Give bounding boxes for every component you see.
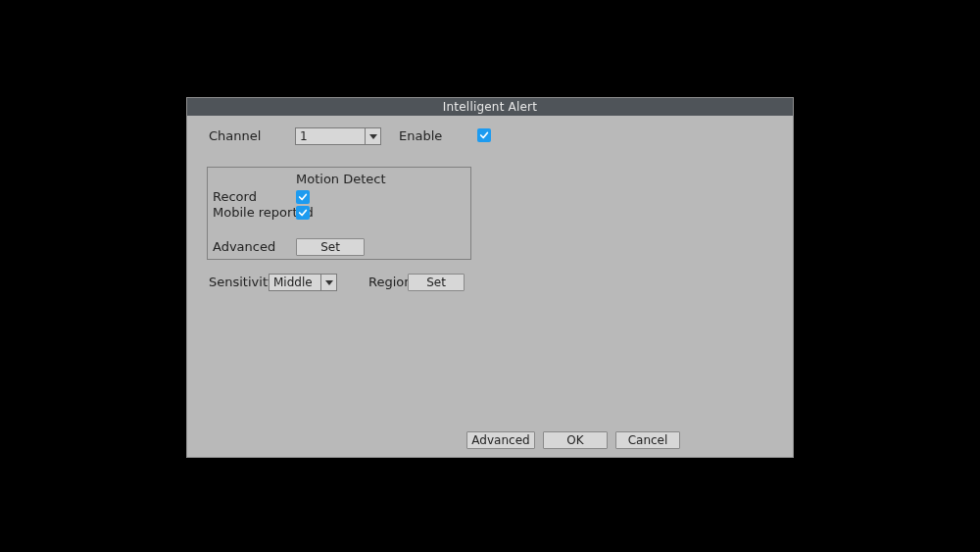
motion-detect-header: Motion Detect [296, 172, 386, 186]
chevron-down-icon [365, 128, 380, 144]
mobile-reported-checkbox[interactable] [296, 206, 310, 220]
cancel-button[interactable]: Cancel [615, 431, 680, 449]
check-icon [479, 130, 489, 140]
dialog-titlebar: Intelligent Alert [187, 98, 793, 116]
channel-dropdown[interactable]: 1 [295, 127, 381, 145]
enable-checkbox[interactable] [477, 128, 491, 142]
intelligent-alert-dialog: Intelligent Alert Channel 1 Enable Motio… [186, 97, 794, 458]
advanced-button[interactable]: Advanced [466, 431, 535, 449]
enable-label: Enable [399, 128, 442, 143]
ok-button[interactable]: OK [543, 431, 608, 449]
dialog-body: Channel 1 Enable Motion Detect Record Mo… [187, 116, 793, 457]
cancel-button-label: Cancel [628, 433, 668, 447]
ok-button-label: OK [566, 433, 583, 447]
panel-advanced-label: Advanced [213, 239, 275, 254]
sensitivity-label: Sensitivity [209, 275, 275, 289]
check-icon [298, 192, 308, 202]
dialog-footer: Advanced OK Cancel [466, 431, 680, 449]
region-set-button-label: Set [426, 276, 446, 289]
panel-set-button[interactable]: Set [296, 238, 365, 256]
channel-value: 1 [296, 128, 365, 144]
panel-set-button-label: Set [320, 240, 340, 254]
dialog-title: Intelligent Alert [443, 100, 537, 114]
motion-detect-panel: Motion Detect Record Mobile reported Adv… [207, 167, 471, 260]
region-label: Region [368, 275, 413, 289]
region-set-button[interactable]: Set [408, 274, 465, 291]
channel-label: Channel [209, 128, 261, 143]
advanced-button-label: Advanced [471, 433, 529, 447]
chevron-down-icon [320, 275, 336, 290]
check-icon [298, 208, 308, 218]
record-label: Record [213, 189, 257, 204]
sensitivity-value: Middle [270, 275, 320, 290]
record-checkbox[interactable] [296, 190, 310, 204]
sensitivity-dropdown[interactable]: Middle [269, 274, 337, 291]
